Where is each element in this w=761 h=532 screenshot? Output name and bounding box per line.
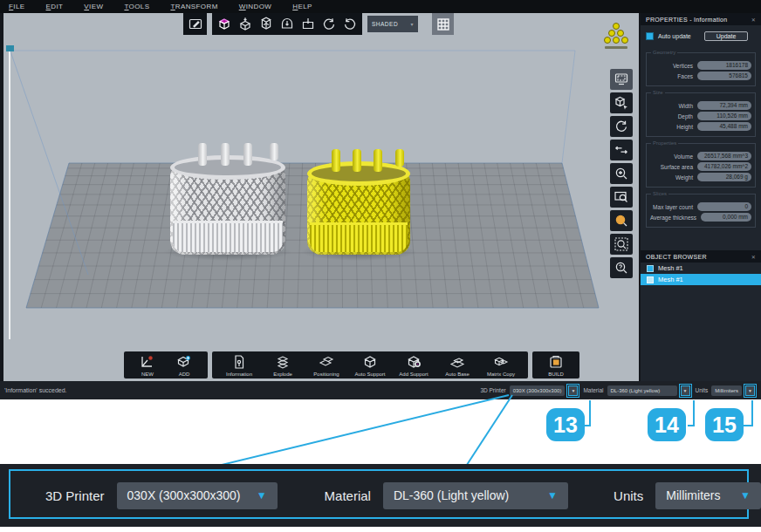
mesh-peg [395,149,404,167]
zoom-selected-icon [614,213,629,228]
object-browser-item[interactable]: Mesh #1 [641,263,761,274]
grid-toggle-button[interactable] [432,13,454,35]
object-browser-item-selected[interactable]: Mesh #1 [641,274,761,285]
callout-13: 13 [546,408,585,441]
view-default-button[interactable] [214,13,235,35]
rotate-right-button[interactable] [319,13,339,35]
auto-update-checkbox[interactable] [646,32,654,40]
material-dropdown-arrow[interactable]: ▼ [681,385,690,396]
view-top-button[interactable] [235,13,256,35]
view-front-icon [279,17,295,32]
mesh-visibility-checkbox[interactable] [647,265,654,272]
shade-mode-select[interactable]: SHADED ▾ [367,16,418,32]
chevron-down-icon: ▼ [535,489,558,501]
printer-dropdown-arrow[interactable]: ▼ [568,385,578,396]
mesh-object-white[interactable] [170,155,285,255]
material-select-zoomed[interactable]: DL-360 (Light yellow) ▼ [383,482,568,509]
rotate-view-icon [614,119,629,134]
view-front-button[interactable] [277,13,298,35]
depth-value: 110,526 mm [697,112,751,120]
view-cube-icon [216,17,232,32]
screenshot-icon [188,17,203,32]
view-around-icon [258,17,274,32]
mesh-peg [198,143,207,166]
screenshot-button[interactable] [183,13,207,35]
fit-screen-button[interactable] [610,69,633,90]
callout-15: 15 [705,408,744,441]
action-toolbar: NEW ADD [124,351,579,379]
view-bottom-button[interactable] [298,13,319,35]
update-button[interactable]: Update [704,31,749,41]
zoom-window-button[interactable] [610,187,633,208]
width-value: 72,394 mm [697,101,751,110]
chevron-down-icon: ▾ [410,21,414,27]
page: FILE EDIT VIEW TOOLS TRANSFORM WINDOW HE… [0,0,761,532]
new-icon [140,354,155,370]
zoom-extents-button[interactable] [610,234,633,255]
units-select[interactable]: Millimiters [711,385,742,396]
chevron-down-icon: ▼ [728,489,751,501]
matrix-copy-icon [493,354,509,370]
menu-item-file[interactable]: FILE [9,3,25,10]
pan-view-button[interactable] [610,140,633,160]
zoom-selected-button[interactable] [610,210,633,231]
auto-support-button[interactable]: Auto Support [350,354,390,377]
menu-item-help[interactable]: HELP [292,3,312,10]
properties-panel: PROPERTIES - Information ✕ Auto update U… [641,13,761,381]
fit-object-button[interactable] [610,92,633,113]
view-around-button[interactable] [256,13,277,35]
slices-group: Slices Max layer count0 Average thicknes… [646,194,756,228]
mesh-peg [243,143,252,166]
rotate-left-icon [342,17,358,32]
status-bar: 'Information' succeded. 3D Printer 030X … [0,381,761,399]
brand-logo [602,23,630,49]
zoom-in-button[interactable] [610,163,633,184]
menu-item-tools[interactable]: TOOLS [124,3,149,10]
build-button[interactable]: BUILD [539,354,572,377]
build-icon [548,354,564,370]
status-message: 'Information' succeded. [4,387,67,393]
close-icon[interactable]: ✕ [751,17,756,23]
mesh-object-yellow[interactable] [307,161,410,255]
explode-icon [275,354,291,370]
mesh-visibility-checkbox[interactable] [647,276,654,283]
zoomed-settings-panel: 3D Printer 030X (300x300x300) ▼ Material… [0,464,761,527]
units-select-zoomed[interactable]: Millimiters ▼ [655,482,761,509]
new-button[interactable]: NEW [131,354,164,377]
information-icon [231,354,247,370]
positioning-button[interactable]: Positioning [306,354,346,377]
menu-bar: FILE EDIT VIEW TOOLS TRANSFORM WINDOW HE… [0,0,761,13]
add-support-button[interactable]: Add Support [394,354,434,377]
menu-item-view[interactable]: VIEW [84,3,103,10]
units-dropdown-arrow[interactable]: ▼ [745,385,755,396]
vertices-value: 1816178 [697,61,751,70]
rotate-left-button[interactable] [339,13,360,35]
zoom-extents-icon [614,236,629,252]
menu-item-transform[interactable]: TRANSFORM [170,3,217,10]
app-window: FILE EDIT VIEW TOOLS TRANSFORM WINDOW HE… [0,0,761,399]
add-icon [176,354,192,370]
viewport-3d[interactable]: SHADED ▾ [3,13,639,381]
rotate-view-button[interactable] [610,116,633,137]
properties-group: Properties Volume26517,568 mm^3 Surface … [646,143,756,188]
information-button[interactable]: Information [219,354,259,377]
explode-button[interactable]: Explode [263,354,303,377]
logo-text [605,46,627,49]
printer-select[interactable]: 030X (300x300x300) [510,385,566,396]
close-icon[interactable]: ✕ [751,254,756,260]
zoom-help-button[interactable] [610,257,633,278]
printer-select-zoomed[interactable]: 030X (300x300x300) ▼ [117,482,278,509]
fit-screen-icon [614,72,629,87]
add-button[interactable]: ADD [168,354,201,377]
menu-item-edit[interactable]: EDIT [46,3,64,10]
view-top-icon [237,17,253,32]
zoom-help-icon [614,260,629,276]
material-select[interactable]: DL-360 (Light yellow) [607,385,677,396]
matrix-copy-button[interactable]: Matrix Copy [481,354,521,377]
mesh-peg [374,149,382,172]
auto-base-icon [449,354,465,370]
auto-base-button[interactable]: Auto Base [437,354,477,377]
size-group: Size Width72,394 mm Depth110,526 mm Heig… [646,92,756,137]
mesh-lattice-band [173,221,283,252]
menu-item-window[interactable]: WINDOW [239,3,272,10]
